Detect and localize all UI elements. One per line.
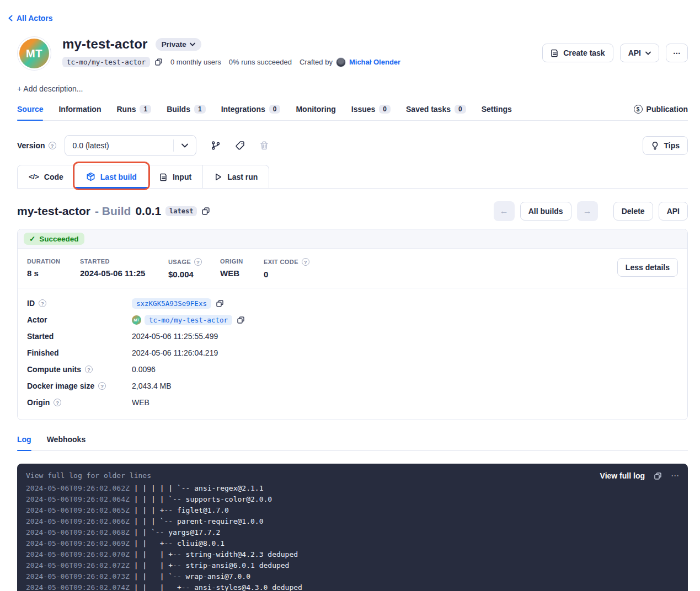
detail-row-finished: Finished 2024-05-06 11:26:04.219 <box>27 345 678 361</box>
document-icon <box>551 49 559 57</box>
actor-avatar: MT <box>17 36 51 71</box>
subtab-last-run[interactable]: Last run <box>203 165 269 188</box>
dollar-circle-icon: $ <box>634 105 643 114</box>
open-log-external-icon[interactable] <box>654 472 662 480</box>
version-toolbar: Version ? 0.0 (latest) Tips <box>17 135 688 156</box>
git-branch-icon[interactable] <box>211 141 221 151</box>
add-description-link[interactable]: + Add description... <box>17 84 688 93</box>
api-label: API <box>628 49 641 57</box>
actor-header-main: my-test-actor Private tc-mo/my-test-acto… <box>62 36 542 67</box>
copy-build-icon[interactable] <box>201 207 210 216</box>
detail-row-origin: Origin? WEB <box>27 394 678 411</box>
help-icon[interactable]: ? <box>98 382 106 390</box>
tag-icon[interactable] <box>235 141 245 151</box>
actor-tab-bar: Source Information Runs1 Builds1 Integra… <box>17 105 688 121</box>
stat-exit-code: EXIT CODE? 0 <box>264 258 309 279</box>
trash-icon[interactable] <box>259 141 269 151</box>
tab-publication[interactable]: $ Publication <box>634 105 688 120</box>
log-lines: 2024-05-06T09:26:02.062Z | | | | | `-- a… <box>26 483 679 591</box>
source-subtab-bar: </> Code Last build Input <box>17 165 688 189</box>
stat-origin: ORIGIN WEB <box>220 258 264 278</box>
page-title: my-test-actor <box>62 36 148 52</box>
detail-row-id: ID? sxzKGK5A93Se9FExs <box>27 295 678 311</box>
build-actions: ← All builds → Delete API <box>494 201 688 221</box>
status-badge: ✓ Succeeded <box>24 233 84 245</box>
previous-build-button[interactable]: ← <box>494 201 515 221</box>
subtab-input[interactable]: Input <box>148 165 203 188</box>
view-full-log-link[interactable]: View full log <box>600 470 645 481</box>
tab-saved-tasks-count: 0 <box>455 105 466 114</box>
help-icon[interactable]: ? <box>49 142 56 149</box>
build-log-panel[interactable]: View full log for older lines View full … <box>17 464 688 591</box>
tab-log[interactable]: Log <box>17 435 31 450</box>
build-title: my-test-actor - Build 0.0.1 latest <box>17 205 210 218</box>
copy-actor-icon[interactable] <box>237 316 245 324</box>
build-api-button[interactable]: API <box>659 202 688 221</box>
build-actor-name: my-test-actor <box>17 205 90 218</box>
stat-duration: DURATION 8 s <box>27 258 80 278</box>
actor-mini-avatar: MT <box>132 315 141 325</box>
version-select[interactable]: 0.0 (latest) <box>65 135 196 156</box>
tab-builds[interactable]: Builds1 <box>167 105 205 120</box>
build-id-badge[interactable]: sxzKGK5A93Se9FExs <box>132 298 211 309</box>
create-task-button[interactable]: Create task <box>542 44 613 62</box>
all-builds-button[interactable]: All builds <box>520 202 571 221</box>
back-to-all-actors-link[interactable]: All Actors <box>8 14 53 23</box>
lightbulb-icon <box>651 141 659 150</box>
detail-row-docker-image-size: Docker image size? 2,043.4 MB <box>27 378 678 394</box>
page: All Actors MT my-test-actor Private tc-m… <box>0 0 700 591</box>
tab-runs[interactable]: Runs1 <box>116 105 151 120</box>
tab-builds-count: 1 <box>194 105 206 114</box>
code-icon: </> <box>29 173 39 181</box>
tab-issues[interactable]: Issues0 <box>351 105 391 120</box>
tab-integrations[interactable]: Integrations0 <box>221 105 281 120</box>
actor-avatar-initials: MT <box>19 39 49 68</box>
actor-slug-badge[interactable]: tc-mo/my-test-actor <box>62 57 150 67</box>
api-dropdown-button[interactable]: API <box>620 44 659 62</box>
actor-link-badge[interactable]: tc-mo/my-test-actor <box>145 315 232 325</box>
tab-issues-count: 0 <box>379 105 391 114</box>
help-icon[interactable]: ? <box>85 366 93 373</box>
build-stats-row: DURATION 8 s STARTED 2024-05-06 11:25 US… <box>18 249 687 288</box>
version-label: Version ? <box>17 141 56 150</box>
log-more-icon[interactable]: ⋯ <box>671 471 679 481</box>
ellipsis-icon: ⋯ <box>673 49 681 57</box>
less-details-button[interactable]: Less details <box>617 258 678 277</box>
tab-monitoring[interactable]: Monitoring <box>296 105 335 120</box>
build-title-row: my-test-actor - Build 0.0.1 latest ← All… <box>17 201 688 221</box>
tab-runs-count: 1 <box>140 105 151 114</box>
delete-build-button[interactable]: Delete <box>613 202 653 221</box>
copy-slug-icon[interactable] <box>154 58 163 66</box>
build-details-list: ID? sxzKGK5A93Se9FExs Actor MT tc-mo/my-… <box>18 288 687 420</box>
more-actions-button[interactable]: ⋯ <box>666 44 688 62</box>
tab-saved-tasks[interactable]: Saved tasks0 <box>406 105 466 120</box>
tab-webhooks[interactable]: Webhooks <box>47 435 86 450</box>
tips-button[interactable]: Tips <box>643 136 688 155</box>
crafted-by-label: Crafted by <box>300 58 333 66</box>
create-task-label: Create task <box>563 49 605 57</box>
chevron-left-icon <box>8 15 14 22</box>
tab-settings[interactable]: Settings <box>482 105 512 120</box>
author-link[interactable]: Michał Olender <box>349 58 400 66</box>
next-build-button[interactable]: → <box>577 201 598 221</box>
subtab-code[interactable]: </> Code <box>18 165 75 188</box>
build-status-bar: ✓ Succeeded <box>18 229 687 249</box>
build-version-number: 0.0.1 <box>135 205 161 218</box>
tab-information[interactable]: Information <box>58 105 101 120</box>
help-icon[interactable]: ? <box>54 399 61 406</box>
visibility-label: Private <box>162 40 186 49</box>
detail-row-started: Started 2024-05-06 11:25:55.499 <box>27 328 678 345</box>
tips-label: Tips <box>664 141 680 150</box>
help-icon[interactable]: ? <box>194 258 202 266</box>
visibility-dropdown[interactable]: Private <box>156 38 201 51</box>
help-icon[interactable]: ? <box>39 299 46 307</box>
monthly-users-stat: 0 monthly users <box>170 58 221 66</box>
log-older-lines-note: View full log for older lines <box>26 470 151 481</box>
subtab-last-build[interactable]: Last build <box>75 165 148 188</box>
tab-source[interactable]: Source <box>17 105 43 120</box>
help-icon[interactable]: ? <box>302 258 309 266</box>
actor-meta: tc-mo/my-test-actor 0 monthly users 0% r… <box>62 57 542 67</box>
build-title-separator: - Build <box>95 205 131 218</box>
copy-id-icon[interactable] <box>216 299 224 308</box>
detail-row-actor: Actor MT tc-mo/my-test-actor <box>27 311 678 328</box>
